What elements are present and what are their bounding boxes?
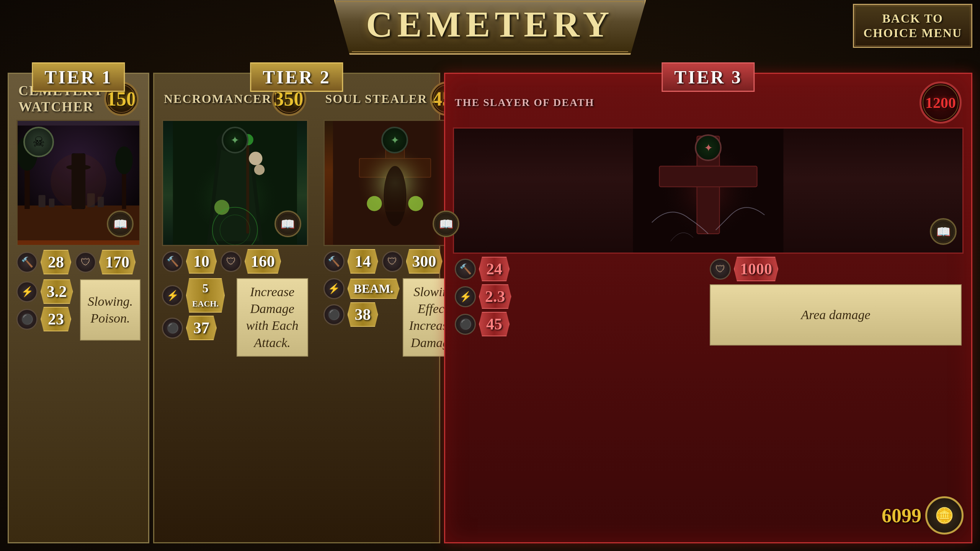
soul-special-icon: ⚡ (323, 278, 345, 299)
soul-book-icon: 📖 (433, 210, 459, 237)
health-stat: 🛡 170 (75, 250, 136, 274)
necro-special-banner: 5EACH. (186, 278, 225, 313)
necro-cooldown-banner: 37 (186, 316, 217, 340)
necro-stats-row1: 🔨 10 🛡 160 (162, 249, 308, 274)
tier-3-label: TIER 3 (662, 62, 755, 92)
soul-name: SOUL STEALER (325, 92, 428, 106)
necro-stats-top: 🔨 10 🛡 160 (158, 246, 312, 278)
necro-cooldown-stat: ⚫ 37 (162, 316, 234, 340)
necro-cooldown-value: 37 (193, 319, 209, 337)
speed-icon: ⚡ (16, 281, 38, 302)
watcher-left-stats: ⚡ 3.2 ⚫ 23 (16, 279, 77, 341)
necro-health-banner: 160 (245, 249, 281, 274)
svg-point-22 (249, 152, 262, 165)
soul-health-banner: 300 (406, 249, 443, 274)
gold-display: 6099 🪙 (882, 496, 964, 535)
slayer-speed-icon: ⚡ (455, 286, 476, 307)
svg-point-30 (384, 166, 406, 226)
watcher-bottom: ⚡ 3.2 ⚫ 23 (13, 279, 144, 344)
card-image: ☠ 📖 (16, 120, 140, 246)
svg-point-32 (408, 196, 423, 211)
slayer-cooldown-value: 45 (486, 315, 502, 333)
soul-cooldown-value: 38 (355, 306, 371, 323)
necro-desc-text: Increase Damage with Each Attack. (243, 284, 302, 351)
necro-symbol: ✦ (222, 127, 248, 153)
soul-health-value: 300 (412, 253, 436, 270)
slayer-desc-text: Area damage (801, 306, 871, 323)
gold-circle: 🪙 (925, 496, 964, 535)
slayer-health-banner: 1000 (734, 257, 778, 281)
description-box: Slowing.Poison. (80, 279, 140, 341)
slayer-name: THE SLAYER OF DEATH (455, 96, 594, 109)
soul-attack-stat: 🔨 14 (323, 249, 378, 274)
svg-point-31 (367, 196, 382, 211)
soul-attack-value: 14 (355, 253, 371, 270)
gold-icon: 🪙 (935, 507, 954, 525)
slayer-attack-banner: 24 (479, 257, 510, 281)
poison-glyph: ☠ (33, 134, 45, 150)
title-container: CEMETERY (334, 0, 646, 55)
slayer-left-stats: ⚡ 2.3 ⚫ 45 (455, 284, 707, 346)
soul-cooldown-stat: ⚫ 38 (323, 302, 400, 327)
soul-left-stats: ⚡ BEAM. ⚫ 38 (323, 278, 400, 357)
necro-cooldown-icon: ⚫ (162, 318, 183, 339)
necro-health-stat: 🛡 160 (220, 249, 281, 274)
speed-stat: ⚡ 3.2 (16, 279, 77, 304)
health-banner: 170 (99, 250, 136, 274)
soul-special-banner: BEAM. (348, 279, 400, 299)
necro-special-stat: ⚡ 5EACH. (162, 278, 234, 313)
svg-rect-19 (246, 140, 249, 233)
cooldown-stat: ⚫ 23 (16, 307, 77, 331)
tier-1-label: TIER 1 (32, 62, 125, 92)
tier-1-section: TIER 1 CEMETERY WATCHER 150 (8, 73, 149, 543)
slayer-card[interactable]: THE SLAYER OF DEATH 1200 (445, 74, 971, 542)
soul-hammer-icon: 🔨 (323, 251, 345, 272)
slayer-stats-top: 🔨 24 🛡 1000 (449, 254, 967, 284)
necro-shield-icon: 🛡 (220, 251, 242, 272)
necro-bottom: ⚡ 5EACH. ⚫ 37 (158, 278, 312, 360)
slayer-cooldown-icon: ⚫ (455, 314, 476, 335)
necro-image: ✦ 📖 (162, 120, 308, 246)
slayer-cooldown-banner: 45 (479, 312, 510, 336)
soul-shield-icon: 🛡 (382, 251, 403, 272)
cemetery-watcher-card[interactable]: CEMETERY WATCHER 150 (9, 74, 148, 542)
slayer-attack-stat: 🔨 24 (455, 257, 707, 281)
slayer-bottom: ⚡ 2.3 ⚫ 45 (449, 284, 967, 349)
necromancer-card[interactable]: NECROMANCER 350 (154, 74, 316, 542)
attack-banner: 28 (41, 250, 71, 274)
slayer-speed-stat: ⚡ 2.3 (455, 284, 707, 309)
book-glyph: 📖 (113, 217, 127, 231)
slayer-health-value: 1000 (740, 260, 772, 278)
page-title: CEMETERY (366, 3, 614, 46)
svg-point-13 (51, 153, 106, 209)
speed-value: 3.2 (47, 283, 67, 300)
hammer-icon: 🔨 (16, 252, 38, 273)
slayer-symbol: ✦ (695, 134, 722, 161)
description-text: Slowing.Poison. (88, 293, 133, 327)
soul-special-value: BEAM. (354, 282, 394, 295)
slayer-cooldown-stat: ⚫ 45 (455, 312, 707, 336)
slayer-hammer-icon: 🔨 (455, 259, 476, 280)
health-value: 170 (105, 253, 129, 271)
soul-attack-banner: 14 (348, 249, 378, 274)
slayer-health-stat: 🛡 1000 (710, 257, 962, 281)
necro-attack-value: 10 (193, 253, 209, 270)
attack-value: 28 (48, 253, 64, 271)
tier-2-cards-row: NECROMANCER 350 (154, 74, 439, 542)
necro-attack-banner: 10 (186, 249, 217, 274)
tier-2-label: TIER 2 (250, 62, 343, 92)
title-plaque: CEMETERY (334, 0, 646, 55)
back-button-label: BACK TOCHOICE MENU (863, 11, 962, 41)
cooldown-value: 23 (48, 310, 64, 328)
slayer-cost: 1200 (925, 94, 956, 112)
speed-banner: 3.2 (41, 279, 73, 304)
gold-value: 6099 (882, 504, 921, 527)
svg-rect-7 (49, 199, 55, 207)
soul-health-stat: 🛡 300 (382, 249, 443, 274)
necro-description: Increase Damage with Each Attack. (237, 278, 308, 357)
back-to-choice-button[interactable]: BACK TOCHOICE MENU (853, 4, 972, 48)
necro-hammer-icon: 🔨 (162, 251, 183, 272)
svg-rect-36 (659, 166, 757, 187)
slayer-book-icon: 📖 (930, 218, 957, 245)
necro-attack-stat: 🔨 10 (162, 249, 217, 274)
